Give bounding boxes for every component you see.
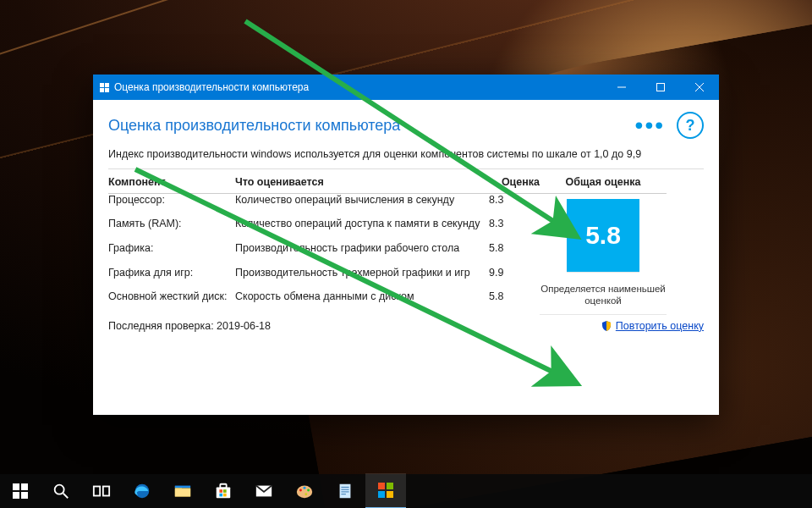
score-table: Компонент Что оценивается Оценка Общая о… — [108, 168, 704, 315]
mail-icon — [255, 482, 273, 500]
edge-icon — [133, 482, 151, 500]
windows-logo-color-icon — [378, 483, 393, 498]
row-component: Графика для игр: — [108, 267, 235, 291]
maximize-button[interactable] — [641, 75, 680, 100]
taskbar-wei-app[interactable] — [365, 473, 406, 508]
taskbar-edge[interactable] — [122, 474, 162, 508]
taskbar-explorer[interactable] — [162, 474, 203, 508]
store-icon — [214, 482, 233, 500]
row-score: 9.9 — [489, 267, 540, 291]
svg-line-4 — [63, 494, 69, 499]
row-subject: Скорость обмена данными с диском — [235, 290, 489, 315]
row-score: 5.8 — [489, 242, 540, 267]
paint-icon — [295, 482, 314, 500]
shield-icon — [601, 320, 612, 332]
window-title: Оценка производительности компьютера — [114, 81, 309, 93]
overall-cell: 5.8 Определяется наименьшей оценкой — [540, 194, 667, 315]
titlebar[interactable]: Оценка производительности компьютера — [93, 75, 719, 100]
taskbar-store[interactable] — [203, 474, 244, 508]
svg-rect-9 — [175, 486, 190, 489]
col-component: Компонент — [108, 169, 235, 194]
overall-score-box: 5.8 — [567, 199, 639, 273]
col-score: Оценка — [489, 169, 540, 194]
row-subject: Количество операций доступа к памяти в с… — [235, 218, 489, 242]
row-score: 5.8 — [489, 290, 540, 315]
row-subject: Количество операций вычисления в секунду — [235, 194, 489, 218]
wei-window: Оценка производительности компьютера Оце… — [93, 75, 719, 415]
col-overall: Общая оценка — [540, 169, 667, 194]
rerun-label: Повторить оценку — [616, 320, 704, 332]
description-text: Индекс производительности windows исполь… — [108, 147, 650, 162]
row-subject: Производительность графики рабочего стол… — [235, 242, 489, 267]
svg-rect-8 — [175, 489, 190, 496]
svg-point-20 — [307, 489, 310, 492]
svg-rect-5 — [94, 487, 100, 496]
svg-point-3 — [55, 485, 64, 494]
row-score: 8.3 — [489, 218, 540, 242]
taskview-button[interactable] — [81, 474, 122, 508]
taskbar-notepad[interactable] — [325, 474, 365, 508]
taskbar-paint[interactable] — [284, 474, 325, 508]
close-button[interactable] — [680, 75, 719, 100]
row-score: 8.3 — [489, 194, 540, 218]
svg-rect-6 — [103, 487, 109, 496]
notepad-icon — [336, 482, 354, 500]
rerun-link[interactable]: Повторить оценку — [601, 320, 704, 332]
svg-rect-15 — [223, 494, 227, 497]
svg-point-21 — [304, 493, 307, 495]
svg-rect-0 — [657, 84, 665, 91]
col-subject: Что оценивается — [235, 169, 489, 194]
row-subject: Производительность трехмерной графики и … — [235, 267, 489, 291]
row-component: Основной жесткий диск: — [108, 290, 235, 315]
start-button[interactable] — [0, 474, 41, 508]
page-heading: Оценка производительности компьютера — [108, 117, 400, 135]
svg-rect-14 — [219, 494, 222, 497]
taskbar — [0, 474, 812, 508]
app-icon — [100, 83, 109, 92]
svg-point-19 — [304, 487, 306, 489]
windows-logo-icon — [13, 483, 28, 499]
row-component: Графика: — [108, 242, 235, 267]
help-button[interactable]: ? — [677, 112, 704, 139]
svg-rect-13 — [223, 489, 227, 493]
search-button[interactable] — [41, 474, 81, 508]
search-icon — [52, 482, 70, 500]
row-component: Память (RAM): — [108, 218, 235, 242]
last-check-label: Последняя проверка: 2019-06-18 — [108, 320, 271, 332]
overall-note: Определяется наименьшей оценкой — [540, 276, 667, 315]
svg-rect-22 — [340, 484, 351, 499]
svg-rect-12 — [219, 489, 222, 493]
row-component: Процессор: — [108, 194, 235, 218]
svg-point-18 — [299, 489, 302, 492]
minimize-button[interactable] — [602, 75, 641, 100]
svg-rect-11 — [220, 484, 226, 489]
taskbar-mail[interactable] — [244, 474, 284, 508]
taskview-icon — [92, 482, 111, 500]
folder-icon — [173, 482, 192, 500]
more-button[interactable]: ••• — [635, 121, 665, 130]
